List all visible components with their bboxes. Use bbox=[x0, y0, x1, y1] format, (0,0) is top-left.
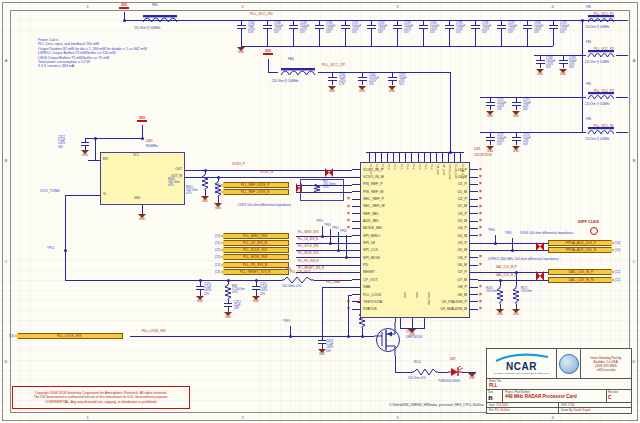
capacitor: GND C2681000pF±10%50V bbox=[534, 55, 557, 79]
part-value: TLMS1100-GS08 bbox=[438, 380, 460, 383]
resistor-icon bbox=[224, 284, 232, 300]
resistor-icon bbox=[313, 184, 321, 193]
ncar-logo-subtext: NATIONAL CENTER FOR ATMOSPHERIC RESEARCH bbox=[494, 372, 549, 374]
blanket-directive-label: DIFF CLKS bbox=[578, 220, 599, 225]
ic-left-pin-stubs bbox=[352, 166, 360, 313]
resistor-label: 100 Ohms ±1% bbox=[282, 285, 301, 288]
net-label: PLL_LE_3V3_N bbox=[298, 238, 318, 241]
sheet-port[interactable]: [C3]PLL_MISO_3V3 bbox=[214, 233, 289, 239]
directive-icon bbox=[590, 227, 598, 235]
net-label: PLL_VBB bbox=[326, 281, 340, 285]
diff-pair-directive-icon bbox=[325, 166, 333, 179]
date: 7/21/2021 bbox=[496, 403, 508, 407]
capacitor: C1941000pF±10%50V bbox=[417, 20, 443, 46]
pin-name: GND bbox=[134, 197, 140, 200]
pin-name: OUT bbox=[158, 168, 182, 172]
capacitor: GND C269100pF±5%50V bbox=[557, 55, 580, 79]
zone-letters-left: ABCD bbox=[2, 10, 10, 412]
led-icon bbox=[448, 366, 464, 379]
sheet-title: PLL bbox=[489, 383, 498, 388]
resistor-label: R157150 Ohm bbox=[521, 288, 532, 294]
ferrite-bead-icon bbox=[278, 66, 318, 79]
port-group-ctrl: [C3]PLL_PD_3V3_N [C3]PLL_RESET_3V3_N bbox=[214, 262, 289, 276]
capacitor: GND C2701000pF±10%50V bbox=[484, 97, 510, 121]
cap-bank-p3: GND C2701000pF±10%50V GND C271100pF±5%50… bbox=[484, 97, 536, 121]
capacitor-label: C3230.1µF±10%25V bbox=[326, 340, 333, 353]
net-label: VCXO_P bbox=[232, 163, 245, 167]
diff-pair-directive-icon bbox=[536, 240, 544, 253]
project-name: 449 MHz RADAR Processor Card bbox=[505, 394, 577, 399]
copyright-notice: Copyright 2008-2018 University Corporati… bbox=[12, 386, 190, 409]
power-port-3v3: 3V3 bbox=[136, 116, 148, 122]
sheet-port[interactable]: [C6]PLL_REF_LVDS_P bbox=[214, 182, 289, 188]
org-seal-icon bbox=[559, 354, 579, 374]
sheet-title-cell: Sheet Title PLL bbox=[487, 379, 631, 390]
power-port-3v3: 3V3 bbox=[262, 49, 274, 55]
sheet-port[interactable]: [C3]PLL_PD_3V3_N bbox=[214, 262, 289, 268]
net-label: DAC_CLK_IN_P bbox=[496, 266, 517, 269]
pin-name: EN bbox=[103, 158, 107, 162]
capacitor: C1901000pF±10%50V bbox=[313, 20, 339, 46]
capacitor: GND C2660.022µF±10%16V bbox=[356, 72, 386, 96]
org-info: Insitu Sensing FacilityBoulder, Co USA.(… bbox=[581, 349, 631, 379]
sheet-port[interactable]: [C3]PLL_MOSI_3V3 bbox=[214, 254, 289, 260]
capacitor: GND C26510µF±20%6.3V bbox=[326, 72, 356, 96]
sheet-port[interactable]: FPGA_AUX_CLK_N[C3] bbox=[548, 247, 621, 253]
sheet-port[interactable]: [C8]PLL_LOCK_3V3 bbox=[8, 333, 123, 339]
zone-numbers-top: 1234 bbox=[10, 2, 630, 10]
resistor-label: R684.75kOhm±1% bbox=[232, 285, 245, 295]
ic-top-pin-stubs bbox=[366, 152, 464, 162]
net-label: DAC_CLK_IN_N bbox=[496, 274, 517, 277]
schematic-sheet: 1234 1234 ABCD ABCD Power Calcs:PLL Core… bbox=[0, 0, 640, 423]
capacitor-label: C3120.1µF±10%16V bbox=[58, 136, 65, 149]
capacitor: C1961000pF±10%50V bbox=[469, 20, 495, 46]
sheet-port[interactable]: [C3]PLL_LE_3V3_N bbox=[214, 240, 289, 246]
capacitor: C18010µF±20%6.3V bbox=[235, 20, 261, 46]
capacitor: C1971000pF±10%50V bbox=[495, 20, 521, 46]
drawn-by-cell: Drawn By: David Origoni bbox=[559, 408, 631, 413]
impedance-note: LVPECL 800 MHz 100 ohm differential impe… bbox=[488, 258, 559, 262]
cap-bank-p2: GND C2681000pF±10%50V GND C269100pF±5%50… bbox=[534, 55, 580, 79]
resistor-label: R156150 Ohm bbox=[486, 288, 497, 294]
designator: Q4 bbox=[406, 330, 410, 334]
sheet-port[interactable]: DAC_CLK_IN_P[C2] bbox=[548, 269, 621, 275]
resistor-label: R161130 Ohm±1% bbox=[186, 186, 198, 196]
resistor-label: 100 Ohm ±1% bbox=[408, 377, 426, 380]
sheet-port[interactable]: FPGA_AUX_CLK_P[C3] bbox=[548, 240, 621, 246]
resistor-icon bbox=[496, 286, 504, 304]
resistor-label: R67100 Ohms±1% bbox=[323, 180, 336, 190]
port-group-spi: [C3]PLL_MISO_3V3 [C3]PLL_LE_3V3_N [C3]PL… bbox=[214, 233, 289, 261]
capacitor: GND C273100pF±5%50V bbox=[510, 132, 536, 156]
ic-bottom-pin-stubs bbox=[394, 318, 430, 328]
pin-name: Vt bbox=[103, 193, 106, 197]
capacitor: C1931000pF±10%50V bbox=[391, 20, 417, 46]
designator: D67 bbox=[450, 358, 456, 362]
port-group-ref-in: [C6]PLL_REF_LVDS_P [C6]PLL_REF_LVDS_N bbox=[214, 182, 289, 196]
resistor-label: R66 bbox=[286, 268, 291, 271]
drawn-by: David Origoni bbox=[574, 408, 591, 412]
net-label: PLL_VCC_CP bbox=[322, 63, 345, 67]
port-group-dac-clk: DAC_CLK_IN_P[C2] DAC_CLK_IN_N[C2] bbox=[548, 269, 621, 285]
diff-pair-directive-icon bbox=[536, 269, 544, 283]
ferrite-bead-icon bbox=[586, 125, 616, 138]
title-block: NCAR NATIONAL CENTER FOR ATMOSPHERIC RES… bbox=[486, 348, 632, 414]
sheet-port[interactable]: [C3]PLL_RESET_3V3_N bbox=[214, 269, 289, 275]
svn-rev: 1706 bbox=[568, 403, 574, 407]
ferrite-bead-icon bbox=[586, 90, 616, 103]
zone-numbers-bottom: 1234 bbox=[10, 413, 630, 421]
sheet-port[interactable]: [C3]PLL_SCLK_3V3 bbox=[214, 247, 289, 253]
part-value: DMP2305UV bbox=[406, 336, 422, 339]
capacitor: GND C267100pF±5%50V bbox=[386, 72, 416, 96]
sheet-port[interactable]: [C6]PLL_REF_LVDS_N bbox=[214, 189, 289, 195]
termination-box bbox=[300, 179, 344, 201]
capacitor-label: C3200.1µF±10%25V bbox=[204, 283, 211, 296]
ferrite-bead-icon bbox=[586, 48, 616, 61]
impedance-note: LVDS 100 ohm differential impedance bbox=[238, 204, 291, 208]
part-number: CDCE72010 bbox=[474, 154, 492, 158]
net-label: VCO_TUNE bbox=[40, 189, 60, 193]
capacitor: C1951000pF±10%50V bbox=[443, 20, 469, 46]
impedance-note: LVDS 100 ohm differential impedance bbox=[520, 232, 573, 236]
resistor-label: R150 bbox=[414, 361, 421, 364]
sheet-port[interactable]: DAC_CLK_IN_N[C2] bbox=[548, 277, 621, 283]
net-label: PLL_PD_3V3_N bbox=[298, 260, 319, 263]
